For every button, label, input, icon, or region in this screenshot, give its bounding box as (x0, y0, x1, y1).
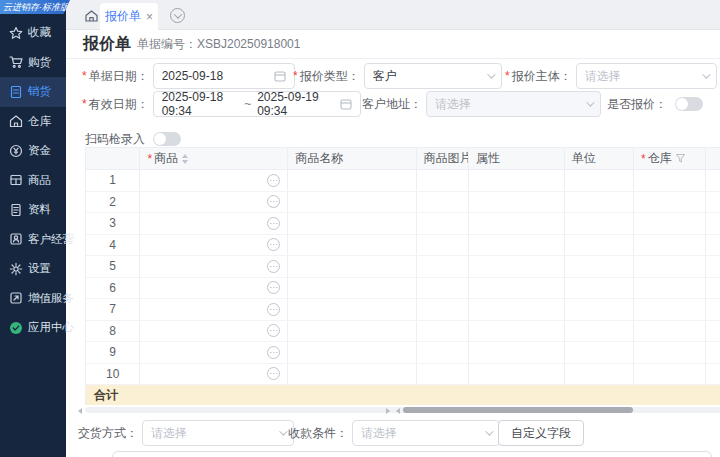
empty-cell (288, 192, 416, 213)
row-number: 4 (86, 235, 140, 256)
scan-gun-toggle[interactable] (153, 132, 181, 146)
sidebar-item-favorites[interactable]: 收藏 (0, 18, 66, 48)
tab-close-icon[interactable]: × (146, 10, 153, 24)
doc-number: 单据编号：XSBJ20250918001 (137, 36, 300, 53)
product-cell[interactable]: ··· (140, 342, 288, 363)
empty-cell (417, 364, 469, 385)
row-more-icon[interactable]: ··· (267, 324, 280, 337)
quote-type-select[interactable]: 客户 (364, 63, 502, 89)
empty-cell (565, 256, 634, 277)
sidebar-item-label: 购货 (28, 55, 51, 70)
product-cell[interactable]: ··· (140, 256, 288, 277)
sidebar-item-funds[interactable]: 资金 (0, 136, 66, 166)
delivery-method-select[interactable]: 请选择 (142, 420, 294, 446)
sidebar-item-app-center[interactable]: 应用中心 (0, 313, 66, 343)
toggle-knob (154, 133, 166, 145)
empty-cell (565, 235, 634, 256)
empty-cell (469, 321, 565, 342)
title-row: 报价单 单据编号：XSBJ20250918001 (66, 30, 720, 59)
product-cell[interactable]: ··· (140, 299, 288, 320)
form-row-1: 单据日期： 2025-09-18 报价类型： 客户 报价主体： 请选择 (66, 63, 720, 89)
file-icon (9, 203, 23, 217)
row-more-icon[interactable]: ··· (267, 195, 280, 208)
empty-cell (469, 256, 565, 277)
chevron-down-icon (702, 70, 710, 78)
col-product[interactable]: 商品 (140, 148, 288, 169)
sort-icon[interactable] (182, 154, 188, 164)
sidebar-item-sales[interactable]: 销货 (0, 77, 66, 107)
quote-type-label: 报价类型： (293, 68, 360, 85)
row-more-icon[interactable]: ··· (267, 367, 280, 380)
is-quote-toggle[interactable] (675, 97, 703, 111)
empty-cell (706, 256, 720, 277)
product-cell[interactable]: ··· (140, 278, 288, 299)
row-number: 7 (86, 299, 140, 320)
sidebar-item-purchase[interactable]: 购货 (0, 48, 66, 78)
row-more-icon[interactable]: ··· (267, 260, 280, 273)
home-button[interactable] (80, 6, 102, 26)
main-area: 报价单 × 报价单 单据编号：XSBJ20250918001 单据日期： 202… (66, 0, 720, 457)
scrollbar-left-arrow-icon[interactable] (78, 408, 82, 414)
col-warehouse[interactable]: 仓库 (634, 148, 706, 169)
empty-cell (634, 192, 706, 213)
filter-funnel-icon[interactable] (676, 154, 685, 163)
doc-date-input[interactable]: 2025-09-18 (153, 63, 295, 89)
table-row: 10··· (86, 364, 720, 386)
empty-cell (565, 213, 634, 234)
row-number: 2 (86, 192, 140, 213)
empty-cell (469, 299, 565, 320)
sidebar-item-settings[interactable]: 设置 (0, 254, 66, 284)
empty-cell (565, 299, 634, 320)
row-more-icon[interactable]: ··· (267, 303, 280, 316)
sidebar-item-label: 商品 (28, 173, 51, 188)
home-icon (84, 9, 99, 23)
sidebar-item-warehouse[interactable]: 仓库 (0, 107, 66, 137)
funds-icon (9, 144, 23, 158)
product-cell[interactable]: ··· (140, 192, 288, 213)
customer-address-placeholder: 请选择 (435, 96, 580, 113)
scrollbar-arrow-icon[interactable] (396, 408, 400, 414)
sidebar-item-value-added[interactable]: 增值服务 (0, 284, 66, 314)
tab-dropdown-button[interactable] (170, 8, 185, 23)
bottom-form: 交货方式： 请选择 收款条件： 请选择 自定义字段 (66, 420, 720, 447)
table-row: 5··· (86, 256, 720, 278)
product-cell[interactable]: ··· (140, 213, 288, 234)
product-cell[interactable]: ··· (140, 235, 288, 256)
tab-quotation[interactable]: 报价单 × (100, 3, 158, 30)
sidebar-item-customer[interactable]: 客户经营 (0, 225, 66, 255)
empty-cell (288, 213, 416, 234)
sidebar-item-label: 设置 (28, 261, 51, 276)
row-more-icon[interactable]: ··· (267, 217, 280, 230)
remarks-box[interactable] (112, 451, 712, 457)
product-cell[interactable]: ··· (140, 364, 288, 385)
empty-cell (288, 321, 416, 342)
field-quote-type: 报价类型： 客户 (293, 63, 502, 89)
custom-fields-button[interactable]: 自定义字段 (498, 420, 584, 446)
delivery-method-placeholder: 请选择 (151, 425, 273, 442)
product-cell[interactable]: ··· (140, 170, 288, 191)
empty-cell (706, 321, 720, 342)
row-more-icon[interactable]: ··· (267, 281, 280, 294)
valid-date-range-input[interactable]: 2025-09-18 09:34 ~ 2025-09-19 09:34 (153, 91, 361, 117)
empty-cell (288, 235, 416, 256)
empty-cell (634, 235, 706, 256)
row-more-icon[interactable]: ··· (267, 174, 280, 187)
empty-cell (634, 256, 706, 277)
product-cell[interactable]: ··· (140, 321, 288, 342)
scrollbar-arrow-icon[interactable] (386, 408, 390, 414)
cart-icon (9, 55, 23, 69)
sidebar-item-goods[interactable]: 商品 (0, 166, 66, 196)
customer-address-select[interactable]: 请选择 (426, 91, 601, 117)
payment-terms-select[interactable]: 请选择 (352, 420, 500, 446)
row-more-icon[interactable]: ··· (267, 238, 280, 251)
row-more-icon[interactable]: ··· (267, 346, 280, 359)
scrollbar-thumb[interactable] (403, 407, 633, 413)
empty-cell (288, 342, 416, 363)
quote-subject-select[interactable]: 请选择 (576, 63, 717, 89)
row-number: 1 (86, 170, 140, 191)
app-center-icon (9, 321, 23, 335)
empty-cell (565, 321, 634, 342)
sidebar-item-data[interactable]: 资料 (0, 195, 66, 225)
empty-cell (469, 278, 565, 299)
empty-cell (469, 235, 565, 256)
